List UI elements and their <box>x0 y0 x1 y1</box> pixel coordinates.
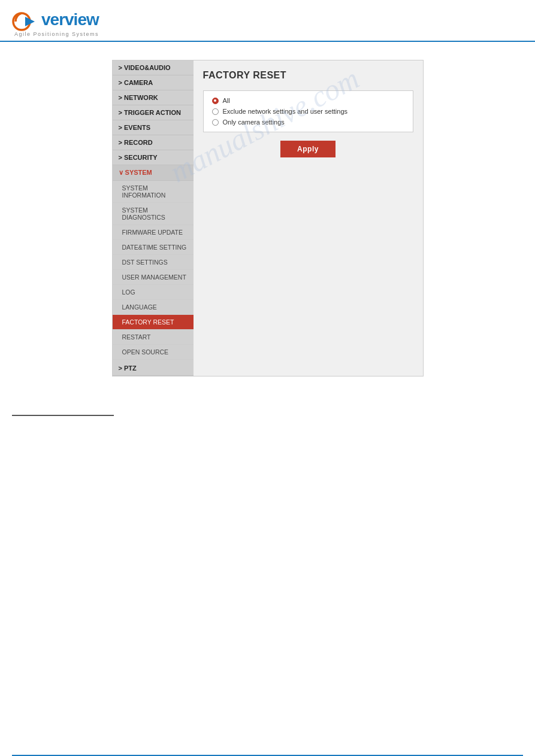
sidebar-item-ptz[interactable]: > PTZ <box>113 361 194 376</box>
underline-section <box>12 400 523 416</box>
sidebar-item-network[interactable]: > NETWORK <box>113 90 194 105</box>
sidebar-item-log[interactable]: LOG <box>113 285 194 300</box>
sidebar-item-trigger-action[interactable]: > TRIGGER ACTION <box>113 105 194 120</box>
sidebar-item-system[interactable]: ∨ SYSTEM <box>113 165 194 181</box>
ui-panel: > VIDEO&AUDIO > CAMERA > NETWORK > TRIGG… <box>112 60 424 377</box>
main-content: manualshive.com > VIDEO&AUDIO > CAMERA >… <box>0 42 535 394</box>
option-all[interactable]: All <box>212 97 404 104</box>
panel-title: FACTORY RESET <box>203 70 413 81</box>
radio-only-camera[interactable] <box>212 119 219 126</box>
sidebar-item-restart[interactable]: RESTART <box>113 330 194 345</box>
option-only-camera-label: Only camera settings <box>223 119 285 126</box>
logo-text: verview <box>41 10 99 29</box>
reset-options-box: All Exclude network settings and user se… <box>203 90 413 132</box>
logo-icon <box>12 6 45 34</box>
sidebar: > VIDEO&AUDIO > CAMERA > NETWORK > TRIGG… <box>113 60 194 376</box>
sidebar-item-factory-reset[interactable]: FACTORY RESET <box>113 315 194 330</box>
sidebar-item-datetime[interactable]: DATE&TIME SETTING <box>113 240 194 255</box>
radio-exclude-network[interactable] <box>212 108 219 115</box>
sidebar-item-video-audio[interactable]: > VIDEO&AUDIO <box>113 60 194 75</box>
underline-bar <box>12 415 114 416</box>
sidebar-item-user-mgmt[interactable]: USER MANAGEMENT <box>113 270 194 285</box>
sidebar-item-open-source[interactable]: OPEN SOURCE <box>113 345 194 360</box>
radio-all[interactable] <box>212 98 219 104</box>
sidebar-item-dst[interactable]: DST SETTINGS <box>113 255 194 270</box>
sidebar-item-language[interactable]: LANGUAGE <box>113 300 194 315</box>
option-exclude-network-label: Exclude network settings and user settin… <box>223 108 348 115</box>
sidebar-item-security[interactable]: > SECURITY <box>113 150 194 165</box>
sidebar-item-camera[interactable]: > CAMERA <box>113 75 194 90</box>
page-header: verview Agile Positioning Systems <box>0 0 535 42</box>
sidebar-item-firmware[interactable]: FIRMWARE UPDATE <box>113 225 194 240</box>
logo-tagline: Agile Positioning Systems <box>14 31 99 37</box>
apply-button[interactable]: Apply <box>280 141 335 157</box>
panel-main: FACTORY RESET All Exclude network settin… <box>194 60 423 376</box>
option-all-label: All <box>223 97 230 104</box>
option-exclude-network[interactable]: Exclude network settings and user settin… <box>212 108 404 115</box>
sidebar-item-events[interactable]: > EVENTS <box>113 120 194 135</box>
sidebar-item-system-info[interactable]: SYSTEM INFORMATION <box>113 181 194 203</box>
logo: verview Agile Positioning Systems <box>12 6 99 37</box>
option-only-camera[interactable]: Only camera settings <box>212 119 404 126</box>
sidebar-item-system-diag[interactable]: SYSTEM DIAGNOSTICS <box>113 203 194 225</box>
sidebar-item-record[interactable]: > RECORD <box>113 135 194 150</box>
